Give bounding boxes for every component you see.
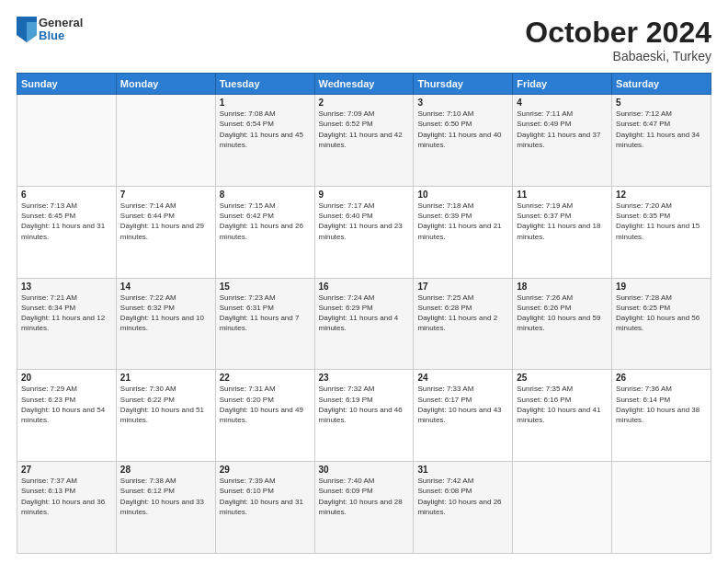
calendar-cell: 23Sunrise: 7:32 AM Sunset: 6:19 PM Dayli… <box>314 370 414 462</box>
day-number: 20 <box>21 373 112 383</box>
day-info: Sunrise: 7:08 AM Sunset: 6:54 PM Dayligh… <box>220 109 311 150</box>
day-info: Sunrise: 7:33 AM Sunset: 6:17 PM Dayligh… <box>417 384 508 425</box>
day-info: Sunrise: 7:32 AM Sunset: 6:19 PM Dayligh… <box>319 384 410 425</box>
day-number: 12 <box>616 190 707 200</box>
day-number: 26 <box>616 373 707 383</box>
day-number: 13 <box>21 282 112 292</box>
day-number: 19 <box>616 282 707 292</box>
day-info: Sunrise: 7:42 AM Sunset: 6:08 PM Dayligh… <box>417 476 508 517</box>
weekday-header-sunday: Sunday <box>17 74 117 95</box>
title-location: Babaeski, Turkey <box>525 49 711 63</box>
calendar-cell: 25Sunrise: 7:35 AM Sunset: 6:16 PM Dayli… <box>513 370 612 462</box>
day-number: 15 <box>220 282 311 292</box>
day-info: Sunrise: 7:30 AM Sunset: 6:22 PM Dayligh… <box>120 384 211 425</box>
calendar-cell: 1Sunrise: 7:08 AM Sunset: 6:54 PM Daylig… <box>215 95 314 187</box>
logo: General Blue <box>17 17 83 43</box>
logo-icon <box>17 17 37 42</box>
calendar-cell: 24Sunrise: 7:33 AM Sunset: 6:17 PM Dayli… <box>414 370 513 462</box>
calendar-cell <box>116 95 215 187</box>
day-number: 4 <box>517 98 608 108</box>
day-number: 2 <box>319 98 410 108</box>
day-number: 5 <box>616 98 707 108</box>
weekday-header-friday: Friday <box>513 74 612 95</box>
weekday-header-saturday: Saturday <box>612 74 711 95</box>
calendar-cell <box>17 95 117 187</box>
day-number: 9 <box>319 190 410 200</box>
calendar-cell: 17Sunrise: 7:25 AM Sunset: 6:28 PM Dayli… <box>414 278 513 370</box>
day-info: Sunrise: 7:20 AM Sunset: 6:35 PM Dayligh… <box>616 201 707 242</box>
day-number: 31 <box>417 465 508 475</box>
calendar-cell: 27Sunrise: 7:37 AM Sunset: 6:13 PM Dayli… <box>17 462 117 554</box>
calendar-cell: 7Sunrise: 7:14 AM Sunset: 6:44 PM Daylig… <box>116 186 215 278</box>
logo-text: General Blue <box>39 17 83 43</box>
day-number: 10 <box>417 190 508 200</box>
calendar-cell <box>612 462 711 554</box>
calendar-cell: 30Sunrise: 7:40 AM Sunset: 6:09 PM Dayli… <box>314 462 414 554</box>
day-info: Sunrise: 7:31 AM Sunset: 6:20 PM Dayligh… <box>220 384 311 425</box>
weekday-header-tuesday: Tuesday <box>215 74 314 95</box>
day-number: 14 <box>120 282 211 292</box>
calendar-cell: 19Sunrise: 7:28 AM Sunset: 6:25 PM Dayli… <box>612 278 711 370</box>
week-row-3: 13Sunrise: 7:21 AM Sunset: 6:34 PM Dayli… <box>17 278 711 370</box>
day-info: Sunrise: 7:19 AM Sunset: 6:37 PM Dayligh… <box>517 201 608 242</box>
day-number: 24 <box>417 373 508 383</box>
calendar-cell: 2Sunrise: 7:09 AM Sunset: 6:52 PM Daylig… <box>314 95 414 187</box>
calendar-cell: 9Sunrise: 7:17 AM Sunset: 6:40 PM Daylig… <box>314 186 414 278</box>
weekday-header-row: SundayMondayTuesdayWednesdayThursdayFrid… <box>17 74 711 95</box>
calendar-cell: 31Sunrise: 7:42 AM Sunset: 6:08 PM Dayli… <box>414 462 513 554</box>
day-number: 16 <box>319 282 410 292</box>
week-row-5: 27Sunrise: 7:37 AM Sunset: 6:13 PM Dayli… <box>17 462 711 554</box>
calendar-cell: 20Sunrise: 7:29 AM Sunset: 6:23 PM Dayli… <box>17 370 117 462</box>
day-number: 27 <box>21 465 112 475</box>
weekday-header-thursday: Thursday <box>414 74 513 95</box>
day-number: 7 <box>120 190 211 200</box>
day-info: Sunrise: 7:37 AM Sunset: 6:13 PM Dayligh… <box>21 476 112 517</box>
day-number: 1 <box>220 98 311 108</box>
day-info: Sunrise: 7:25 AM Sunset: 6:28 PM Dayligh… <box>417 293 508 334</box>
day-number: 29 <box>220 465 311 475</box>
calendar-table: SundayMondayTuesdayWednesdayThursdayFrid… <box>17 73 711 554</box>
day-number: 17 <box>417 282 508 292</box>
day-info: Sunrise: 7:12 AM Sunset: 6:47 PM Dayligh… <box>616 109 707 150</box>
calendar-cell: 4Sunrise: 7:11 AM Sunset: 6:49 PM Daylig… <box>513 95 612 187</box>
day-info: Sunrise: 7:09 AM Sunset: 6:52 PM Dayligh… <box>319 109 410 150</box>
day-info: Sunrise: 7:38 AM Sunset: 6:12 PM Dayligh… <box>120 476 211 517</box>
logo-general: General <box>39 17 83 29</box>
day-info: Sunrise: 7:36 AM Sunset: 6:14 PM Dayligh… <box>616 384 707 425</box>
day-info: Sunrise: 7:23 AM Sunset: 6:31 PM Dayligh… <box>220 293 311 334</box>
calendar-cell: 6Sunrise: 7:13 AM Sunset: 6:45 PM Daylig… <box>17 186 117 278</box>
day-info: Sunrise: 7:35 AM Sunset: 6:16 PM Dayligh… <box>517 384 608 425</box>
day-info: Sunrise: 7:17 AM Sunset: 6:40 PM Dayligh… <box>319 201 410 242</box>
week-row-4: 20Sunrise: 7:29 AM Sunset: 6:23 PM Dayli… <box>17 370 711 462</box>
svg-marker-1 <box>27 22 37 42</box>
week-row-1: 1Sunrise: 7:08 AM Sunset: 6:54 PM Daylig… <box>17 95 711 187</box>
week-row-2: 6Sunrise: 7:13 AM Sunset: 6:45 PM Daylig… <box>17 186 711 278</box>
logo-blue: Blue <box>39 29 83 42</box>
calendar-cell: 28Sunrise: 7:38 AM Sunset: 6:12 PM Dayli… <box>116 462 215 554</box>
weekday-header-wednesday: Wednesday <box>314 74 414 95</box>
calendar-cell: 16Sunrise: 7:24 AM Sunset: 6:29 PM Dayli… <box>314 278 414 370</box>
day-number: 28 <box>120 465 211 475</box>
day-number: 11 <box>517 190 608 200</box>
calendar-cell: 14Sunrise: 7:22 AM Sunset: 6:32 PM Dayli… <box>116 278 215 370</box>
day-number: 18 <box>517 282 608 292</box>
day-info: Sunrise: 7:11 AM Sunset: 6:49 PM Dayligh… <box>517 109 608 150</box>
calendar-cell <box>513 462 612 554</box>
header: General Blue October 2024 Babaeski, Turk… <box>17 17 711 63</box>
calendar-cell: 29Sunrise: 7:39 AM Sunset: 6:10 PM Dayli… <box>215 462 314 554</box>
day-number: 30 <box>319 465 410 475</box>
calendar-cell: 15Sunrise: 7:23 AM Sunset: 6:31 PM Dayli… <box>215 278 314 370</box>
weekday-header-monday: Monday <box>116 74 215 95</box>
calendar-cell: 3Sunrise: 7:10 AM Sunset: 6:50 PM Daylig… <box>414 95 513 187</box>
calendar-cell: 5Sunrise: 7:12 AM Sunset: 6:47 PM Daylig… <box>612 95 711 187</box>
day-info: Sunrise: 7:22 AM Sunset: 6:32 PM Dayligh… <box>120 293 211 334</box>
title-month: October 2024 <box>525 17 711 49</box>
calendar-cell: 22Sunrise: 7:31 AM Sunset: 6:20 PM Dayli… <box>215 370 314 462</box>
day-info: Sunrise: 7:15 AM Sunset: 6:42 PM Dayligh… <box>220 201 311 242</box>
day-number: 8 <box>220 190 311 200</box>
day-info: Sunrise: 7:29 AM Sunset: 6:23 PM Dayligh… <box>21 384 112 425</box>
day-number: 3 <box>417 98 508 108</box>
page: General Blue October 2024 Babaeski, Turk… <box>0 0 728 563</box>
title-block: October 2024 Babaeski, Turkey <box>525 17 711 63</box>
day-info: Sunrise: 7:26 AM Sunset: 6:26 PM Dayligh… <box>517 293 608 334</box>
